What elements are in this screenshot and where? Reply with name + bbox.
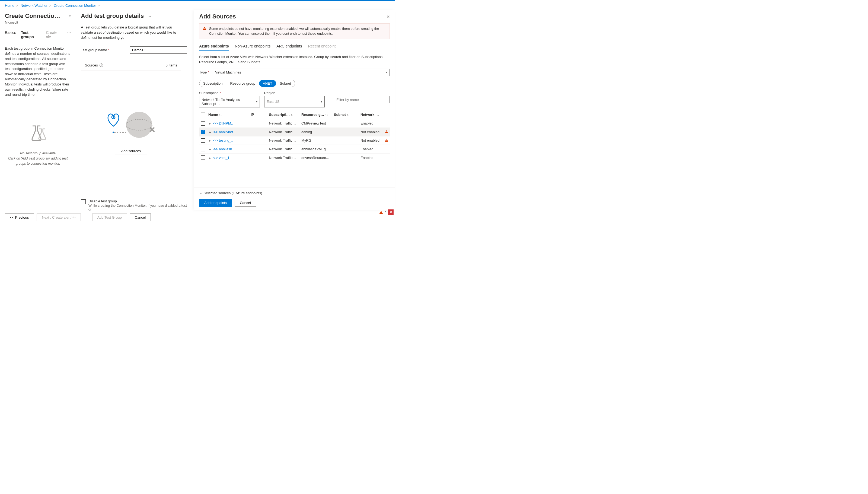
chevron-right-icon[interactable]: ▸	[209, 148, 211, 151]
page-title: Create Connection…	[5, 13, 62, 20]
subscription-label: Subscription *	[199, 91, 260, 95]
table-row[interactable]: ▸ <·>vnet_1Network Traffic…deveshResourc…	[199, 153, 390, 162]
sources-label: Sourcesi	[85, 63, 103, 67]
left-description: Each test group in Connection Monitor de…	[5, 46, 71, 97]
table-row[interactable]: ▸ <·>abhilash.Network Traffic…abhilashaV…	[199, 145, 390, 154]
next-button[interactable]: Next : Create alert >>	[37, 213, 81, 221]
chevron-down-icon: ▾	[386, 71, 387, 74]
chevron-down-icon: ▾	[256, 100, 257, 103]
region-dropdown[interactable]: East US▾	[264, 96, 325, 108]
tab-azure-endpoints[interactable]: Azure endpoints	[199, 44, 229, 51]
vnet-icon: <·>	[213, 121, 218, 125]
globe-illustration	[101, 109, 161, 141]
endpoints-table: Name↑↓ IP Subscripti…↑↓ Resource g…↑↓ Su…	[199, 110, 390, 162]
tg-name-input[interactable]	[130, 46, 187, 54]
footer-cancel-button[interactable]: Cancel	[130, 213, 151, 221]
warning-count: 4	[385, 210, 387, 214]
tab-test-groups[interactable]: Test groups	[21, 31, 41, 41]
select-all-checkbox[interactable]	[201, 113, 205, 117]
add-test-group-button[interactable]: Add Test Group	[92, 213, 127, 221]
filter-name-input[interactable]	[329, 96, 390, 103]
mid-title: Add test group details	[81, 13, 144, 20]
type-label: Type *	[199, 70, 213, 74]
tg-name-label: Test group name *	[81, 48, 130, 52]
disable-tg-label: Disable test group	[89, 199, 187, 203]
warning-icon	[385, 130, 388, 133]
flyout-cancel-button[interactable]: Cancel	[235, 199, 256, 207]
row-checkbox[interactable]	[201, 155, 205, 160]
tab-basics[interactable]: Basics	[5, 31, 16, 41]
flask-icon	[26, 121, 50, 146]
chevron-right-icon[interactable]: ▸	[209, 122, 211, 125]
vnet-name-link[interactable]: vnet_1	[219, 156, 230, 160]
warning-banner: Some endpoints do not have monitoring ex…	[199, 23, 390, 39]
mid-more-icon[interactable]: ⋯	[148, 14, 151, 18]
disable-tg-checkbox[interactable]	[81, 200, 86, 204]
collapse-icon[interactable]: «	[69, 14, 71, 18]
vnet-name-link[interactable]: DtlNPM..	[219, 121, 233, 125]
chevron-right-icon[interactable]: ▸	[209, 139, 211, 142]
pill-subnet[interactable]: Subnet	[276, 80, 295, 87]
close-icon[interactable]: ✕	[386, 14, 390, 19]
pill-subscription[interactable]: Subscription	[199, 80, 227, 87]
sort-icon[interactable]: ↑↓	[219, 113, 221, 116]
vnet-name-link[interactable]: aahilvnet	[219, 130, 233, 134]
warning-icon	[385, 139, 388, 141]
chevron-right-icon[interactable]: ▸	[209, 156, 211, 159]
vnet-name-link[interactable]: abhilash.	[219, 147, 233, 151]
sort-icon[interactable]: ↑↓	[291, 113, 293, 116]
sort-icon[interactable]: ↑↓	[347, 113, 350, 116]
table-row[interactable]: ▸ <·>aahilvnetNetwork Traffic…aahilrgNot…	[199, 128, 390, 136]
selected-sources-toggle[interactable]: ︿ Selected sources (1 Azure endpoints)	[199, 191, 390, 195]
region-label: Region	[264, 91, 325, 95]
type-dropdown[interactable]: Virtual Machines▾	[213, 69, 390, 76]
svg-point-0	[126, 112, 152, 138]
chevron-up-icon: ︿	[199, 191, 202, 195]
tab-create-alert[interactable]: Create ale	[46, 31, 62, 41]
add-endpoints-button[interactable]: Add endpoints	[199, 199, 232, 207]
subscription-dropdown[interactable]: Network Traffic Analytics Subscript…▾	[199, 96, 260, 108]
dismiss-error-icon[interactable]: ✕	[388, 209, 393, 215]
chevron-right-icon[interactable]: ▸	[209, 131, 211, 134]
tab-recent-endpoint[interactable]: Recent endpoint	[308, 44, 335, 51]
previous-button[interactable]: << Previous	[5, 213, 34, 221]
svg-point-3	[113, 132, 114, 133]
sort-icon[interactable]: ↑↓	[325, 113, 328, 116]
groupby-pill-group: Subscription Resource group VNET Subnet	[199, 80, 295, 87]
vnet-icon: <·>	[213, 147, 218, 151]
disable-tg-sub: While creating the Connection Monitor, i…	[89, 204, 187, 211]
add-sources-flyout: Add Sources ✕ Some endpoints do not have…	[194, 10, 395, 210]
tab-non-azure-endpoints[interactable]: Non-Azure endpoints	[235, 44, 271, 51]
info-icon[interactable]: i	[99, 63, 103, 67]
vnet-icon: <·>	[213, 156, 218, 160]
more-icon[interactable]: ⋯	[67, 31, 71, 41]
row-checkbox[interactable]	[201, 138, 205, 143]
warning-icon	[202, 27, 207, 30]
mid-description: A Test group lets you define a logical g…	[81, 25, 184, 40]
flyout-title: Add Sources	[199, 13, 236, 20]
breadcrumb-home[interactable]: Home	[5, 3, 14, 7]
table-row[interactable]: ▸ <·>testing_..Network Traffic…MyRGNot e…	[199, 136, 390, 145]
table-row[interactable]: ▸ <·>DtlNPM..Network Traffic…CMPreviewTe…	[199, 119, 390, 128]
items-count: 0 Items	[166, 63, 177, 67]
row-checkbox[interactable]	[201, 130, 205, 134]
vnet-icon: <·>	[213, 139, 218, 142]
breadcrumb: Home> Network Watcher> Create Connection…	[0, 1, 395, 10]
row-checkbox[interactable]	[201, 121, 205, 126]
pill-vnet[interactable]: VNET	[259, 80, 276, 87]
pill-resource-group[interactable]: Resource group	[227, 80, 259, 87]
vnet-name-link[interactable]: testing_..	[219, 138, 233, 142]
breadcrumb-network-watcher[interactable]: Network Watcher	[21, 3, 47, 7]
empty-state-text: No Test group available Click on 'Add Te…	[5, 151, 71, 166]
row-checkbox[interactable]	[201, 147, 205, 151]
flyout-subdesc: Select from a list of Azure VMs with Net…	[199, 55, 390, 65]
add-sources-button[interactable]: Add sources	[115, 147, 147, 155]
breadcrumb-create-cm[interactable]: Create Connection Monitor	[54, 3, 96, 7]
vnet-icon: <·>	[213, 130, 218, 134]
chevron-down-icon: ▾	[321, 100, 322, 103]
tab-arc-endpoints[interactable]: ARC endpoints	[276, 44, 302, 51]
warning-icon[interactable]	[379, 211, 383, 214]
subtitle: Microsoft	[5, 21, 71, 24]
